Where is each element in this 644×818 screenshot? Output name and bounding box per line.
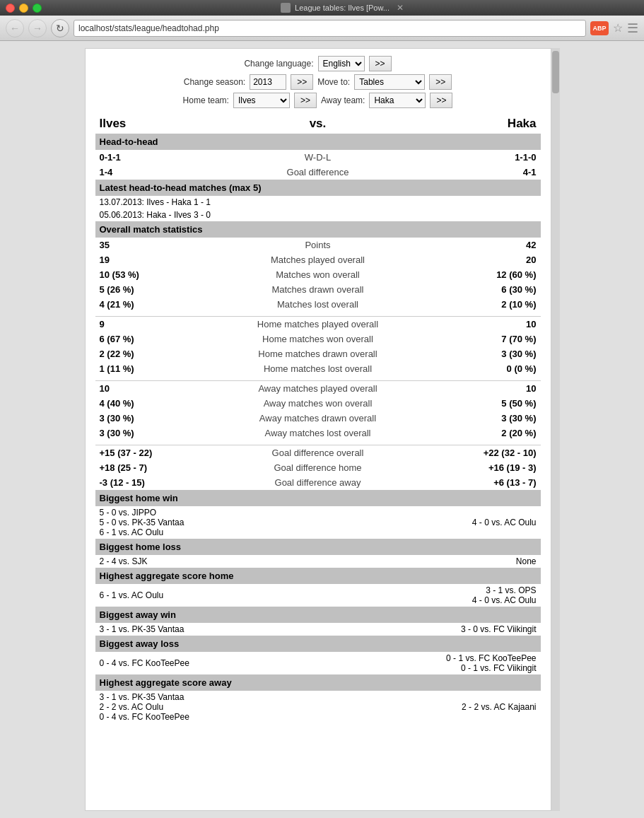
maximize-btn[interactable] xyxy=(33,4,42,13)
record-label: W-D-L xyxy=(242,150,393,165)
highest-agg-home-away: 3 - 1 vs. OPS4 - 0 vs. AC Oulu xyxy=(394,584,541,607)
stat-away-12: 5 (50 %) xyxy=(394,396,541,411)
away-team-label: Away team: xyxy=(321,95,365,105)
close-btn[interactable] xyxy=(6,4,15,13)
home-team-select[interactable]: Ilves xyxy=(233,93,290,108)
section-latest-matches: Latest head-to-head matches (max 5) xyxy=(95,180,541,196)
stat-home-13: 3 (30 %) xyxy=(95,411,242,426)
biggest-home-loss-away: None xyxy=(394,555,541,568)
stat-away-3: 6 (30 %) xyxy=(394,282,541,297)
url-bar[interactable] xyxy=(74,20,586,37)
stat-away-8: 3 (30 %) xyxy=(394,346,541,361)
bookmark-button[interactable]: ☆ xyxy=(613,21,623,35)
biggest-away-loss-away: 0 - 1 vs. FC KooTeePee0 - 1 vs. FC Viiki… xyxy=(394,652,541,674)
titlebar: League tables: Ilves [Pow... ✕ xyxy=(0,0,644,16)
stat-home-17: +18 (25 - 7) xyxy=(95,460,242,475)
language-select[interactable]: English xyxy=(318,56,365,71)
stat-away-0: 42 xyxy=(394,238,541,252)
stat-away-18: +6 (13 - 7) xyxy=(394,475,541,490)
tab-title: League tables: Ilves [Pow... xyxy=(295,4,390,12)
home-team-go-btn[interactable]: >> xyxy=(294,93,317,108)
stat-home-12: 4 (40 %) xyxy=(95,396,242,411)
move-to-go-btn[interactable]: >> xyxy=(429,74,452,90)
biggest-home-win-home: 5 - 0 vs. JIPPO5 - 0 vs. PK-35 Vantaa6 -… xyxy=(95,506,394,539)
stat-label-4: Matches lost overall xyxy=(242,297,393,312)
toolbar: ← → ↻ ABP ☆ ☰ xyxy=(0,16,644,41)
tab-close[interactable]: ✕ xyxy=(397,3,404,13)
controls-panel: Change language: English >> Change seaso… xyxy=(95,56,541,108)
stat-label-9: Home matches lost overall xyxy=(242,361,393,376)
stat-label-18: Goal difference away xyxy=(242,475,393,490)
season-row: Change season: >> Move to: Tables >> xyxy=(95,74,541,90)
stat-home-8: 2 (22 %) xyxy=(95,346,242,361)
stat-row-18: -3 (12 - 15) Goal difference away +6 (13… xyxy=(95,475,541,490)
home-team-label: Home team: xyxy=(183,95,229,105)
biggest-home-win-row: 5 - 0 vs. JIPPO5 - 0 vs. PK-35 Vantaa6 -… xyxy=(95,506,541,539)
stat-away-11: 10 xyxy=(394,381,541,397)
main-table: Ilves vs. Haka Head-to-head 0-1-1 W-D-L … xyxy=(95,114,541,723)
section-highest-agg-home: Highest aggregate score home xyxy=(95,568,541,584)
stat-home-0: 35 xyxy=(95,238,242,252)
stat-label-0: Points xyxy=(242,238,393,252)
section-biggest-home-loss: Biggest home loss xyxy=(95,539,541,555)
stat-row-13: 3 (30 %) Away matches drawn overall 3 (3… xyxy=(95,411,541,426)
scrollbar[interactable] xyxy=(551,48,560,811)
section-overall-stats: Overall match statistics xyxy=(95,221,541,238)
stat-row-16: +15 (37 - 22) Goal difference overall +2… xyxy=(95,445,541,461)
stat-label-6: Home matches played overall xyxy=(242,317,393,332)
stat-row-3: 5 (26 %) Matches drawn overall 6 (30 %) xyxy=(95,282,541,297)
biggest-away-win-row: 3 - 1 vs. PK-35 Vantaa 3 - 0 vs. FC Viik… xyxy=(95,623,541,636)
highest-agg-away-home: 3 - 1 vs. PK-35 Vantaa2 - 2 vs. AC Oulu0… xyxy=(95,691,394,723)
language-go-btn[interactable]: >> xyxy=(369,56,392,71)
minimize-btn[interactable] xyxy=(19,4,28,13)
stat-home-9: 1 (11 %) xyxy=(95,361,242,376)
stat-row-1: 19 Matches played overall 20 xyxy=(95,252,541,267)
away-team-name: Haka xyxy=(394,114,541,134)
move-to-select[interactable]: Tables xyxy=(354,74,425,90)
stat-away-4: 2 (10 %) xyxy=(394,297,541,312)
menu-button[interactable]: ☰ xyxy=(627,21,638,36)
stat-row-12: 4 (40 %) Away matches won overall 5 (50 … xyxy=(95,396,541,411)
match-2-text: 05.06.2013: Haka - Ilves 3 - 0 xyxy=(95,209,541,221)
stat-label-1: Matches played overall xyxy=(242,252,393,267)
stat-away-7: 7 (70 %) xyxy=(394,332,541,346)
stat-home-1: 19 xyxy=(95,252,242,267)
stat-home-16: +15 (37 - 22) xyxy=(95,445,242,461)
reload-button[interactable]: ↻ xyxy=(51,19,69,37)
scrollbar-thumb[interactable] xyxy=(552,51,559,93)
stat-row-9: 1 (11 %) Home matches lost overall 0 (0 … xyxy=(95,361,541,376)
biggest-home-loss-home: 2 - 4 vs. SJK xyxy=(95,555,394,568)
biggest-away-loss-row: 0 - 4 vs. FC KooTeePee 0 - 1 vs. FC KooT… xyxy=(95,652,541,674)
section-biggest-home-win: Biggest home win xyxy=(95,490,541,506)
highest-agg-away-label: Highest aggregate score away xyxy=(95,674,541,691)
window-title: League tables: Ilves [Pow... ✕ xyxy=(46,3,638,13)
section-highest-agg-away: Highest aggregate score away xyxy=(95,674,541,691)
away-team-select[interactable]: Haka xyxy=(369,93,426,108)
record-away: 1-1-0 xyxy=(394,150,541,165)
away-team-go-btn[interactable]: >> xyxy=(430,93,452,108)
adblock-button[interactable]: ABP xyxy=(590,21,609,35)
biggest-away-win-away: 3 - 0 vs. FC Viikingit xyxy=(394,623,541,636)
head-to-head-label: Head-to-head xyxy=(95,134,541,150)
stat-label-3: Matches drawn overall xyxy=(242,282,393,297)
match-1-text: 13.07.2013: Ilves - Haka 1 - 1 xyxy=(95,196,541,209)
stat-home-18: -3 (12 - 15) xyxy=(95,475,242,490)
stat-label-14: Away matches lost overall xyxy=(242,426,393,440)
highest-agg-away-row: 3 - 1 vs. PK-35 Vantaa2 - 2 vs. AC Oulu0… xyxy=(95,691,541,723)
season-input[interactable] xyxy=(250,74,286,90)
biggest-home-win-label: Biggest home win xyxy=(95,490,541,506)
stat-row-7: 6 (67 %) Home matches won overall 7 (70 … xyxy=(95,332,541,346)
record-row: 0-1-1 W-D-L 1-1-0 xyxy=(95,150,541,165)
latest-match-1: 13.07.2013: Ilves - Haka 1 - 1 xyxy=(95,196,541,209)
stat-label-11: Away matches played overall xyxy=(242,381,393,397)
forward-button[interactable]: → xyxy=(28,19,47,37)
season-go-btn[interactable]: >> xyxy=(291,74,313,90)
stat-home-7: 6 (67 %) xyxy=(95,332,242,346)
back-button[interactable]: ← xyxy=(6,19,24,37)
tab-favicon xyxy=(281,3,291,13)
biggest-away-loss-home: 0 - 4 vs. FC KooTeePee xyxy=(95,652,394,674)
highest-agg-away-away: 2 - 2 vs. AC Kajaani xyxy=(394,691,541,723)
stat-home-11: 10 xyxy=(95,381,242,397)
stat-row-17: +18 (25 - 7) Goal difference home +16 (1… xyxy=(95,460,541,475)
biggest-home-win-away: 4 - 0 vs. AC Oulu xyxy=(394,506,541,539)
